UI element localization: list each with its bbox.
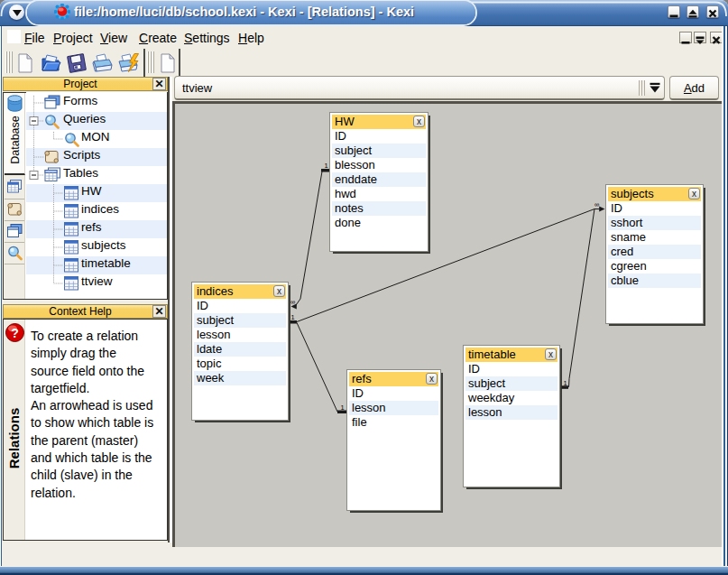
svg-text:∞: ∞	[290, 298, 295, 306]
svg-text:1: 1	[564, 379, 567, 387]
svg-text:1: 1	[291, 313, 295, 321]
svg-text:∞: ∞	[594, 200, 599, 209]
svg-text:1: 1	[325, 162, 328, 170]
svg-text:1: 1	[341, 403, 345, 412]
